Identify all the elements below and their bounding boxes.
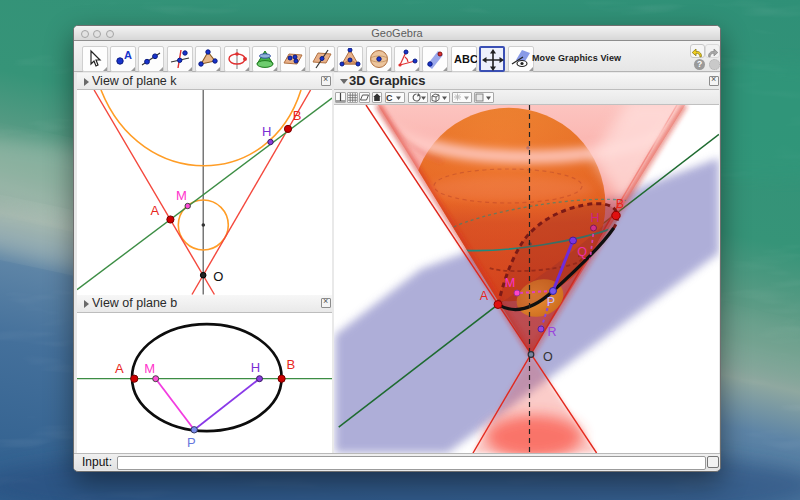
- svg-text:H: H: [262, 124, 271, 139]
- svg-text:C: C: [386, 93, 393, 102]
- svg-text:A: A: [480, 289, 489, 303]
- svg-text:O: O: [213, 269, 223, 284]
- svg-text:R: R: [547, 325, 556, 339]
- svg-text:O: O: [543, 350, 553, 364]
- svg-text:B: B: [286, 357, 295, 372]
- svg-text:M: M: [505, 276, 515, 290]
- svg-text:M: M: [144, 361, 155, 376]
- svg-text:A: A: [151, 203, 160, 218]
- svg-text:H: H: [251, 360, 260, 375]
- svg-text:P: P: [187, 435, 196, 450]
- svg-text:M: M: [176, 188, 187, 203]
- svg-text:A: A: [124, 49, 132, 61]
- svg-text:Q: Q: [577, 245, 587, 259]
- svg-text:P: P: [547, 295, 555, 309]
- svg-text:H: H: [590, 211, 599, 225]
- svg-text:B: B: [616, 197, 624, 211]
- svg-text:ABC: ABC: [454, 53, 477, 65]
- svg-text:B: B: [293, 108, 302, 123]
- svg-text:A: A: [115, 361, 124, 376]
